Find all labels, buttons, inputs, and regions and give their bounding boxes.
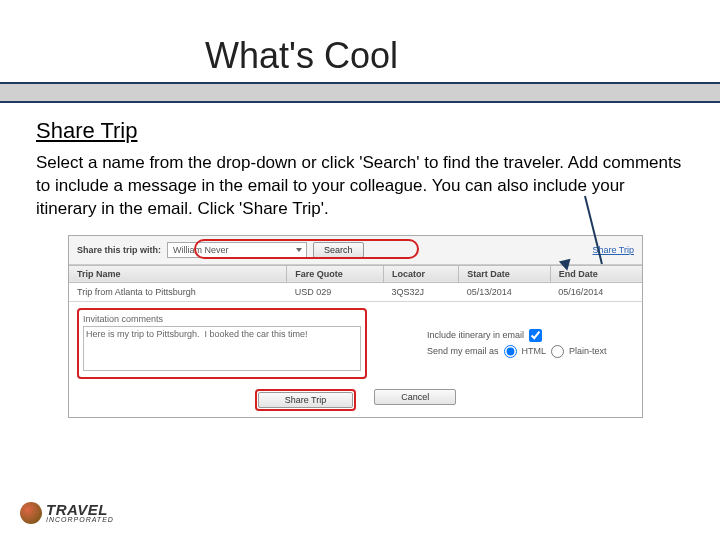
th-trip-name: Trip Name <box>69 265 287 282</box>
td-locator: 3QS32J <box>384 282 459 301</box>
comment-input[interactable] <box>83 326 361 371</box>
table-row: Trip from Atlanta to Pittsburgh USD 029 … <box>69 282 642 301</box>
include-itinerary-label: Include itinerary in email <box>427 330 524 340</box>
highlight-oval <box>194 239 419 259</box>
trip-table: Trip Name Fare Quote Locator Start Date … <box>69 265 642 302</box>
table-header-row: Trip Name Fare Quote Locator Start Date … <box>69 265 642 282</box>
th-locator: Locator <box>384 265 459 282</box>
comment-section: Invitation comments <box>77 308 367 379</box>
plaintext-radio[interactable] <box>551 345 564 358</box>
plaintext-label: Plain-text <box>569 346 607 356</box>
divider-bar <box>0 82 720 103</box>
html-label: HTML <box>522 346 547 356</box>
travel-logo: TRAVEL INCORPORATED <box>20 502 114 524</box>
comment-label: Invitation comments <box>83 314 361 324</box>
globe-icon <box>20 502 42 524</box>
cancel-button[interactable]: Cancel <box>374 389 456 405</box>
logo-brand: TRAVEL <box>46 503 114 517</box>
include-itinerary-checkbox[interactable] <box>529 329 542 342</box>
td-trip-name: Trip from Atlanta to Pittsburgh <box>69 282 287 301</box>
share-trip-link[interactable]: Share Trip <box>592 245 634 255</box>
highlight-share-button: Share Trip <box>255 389 357 411</box>
share-trip-screenshot: Share this trip with: William Never Sear… <box>68 235 643 418</box>
th-end: End Date <box>550 265 642 282</box>
share-trip-button[interactable]: Share Trip <box>258 392 354 408</box>
td-fare: USD 029 <box>287 282 384 301</box>
slide-title: What's Cool <box>0 0 720 82</box>
body-text: Select a name from the drop-down or clic… <box>36 152 684 221</box>
td-start: 05/13/2014 <box>459 282 551 301</box>
send-as-label: Send my email as <box>427 346 499 356</box>
logo-subtitle: INCORPORATED <box>46 517 114 523</box>
td-end: 05/16/2014 <box>550 282 642 301</box>
th-start: Start Date <box>459 265 551 282</box>
subtitle: Share Trip <box>36 118 684 144</box>
share-with-label: Share this trip with: <box>77 245 161 255</box>
email-options: Include itinerary in email Send my email… <box>377 326 634 361</box>
th-fare: Fare Quote <box>287 265 384 282</box>
html-radio[interactable] <box>504 345 517 358</box>
